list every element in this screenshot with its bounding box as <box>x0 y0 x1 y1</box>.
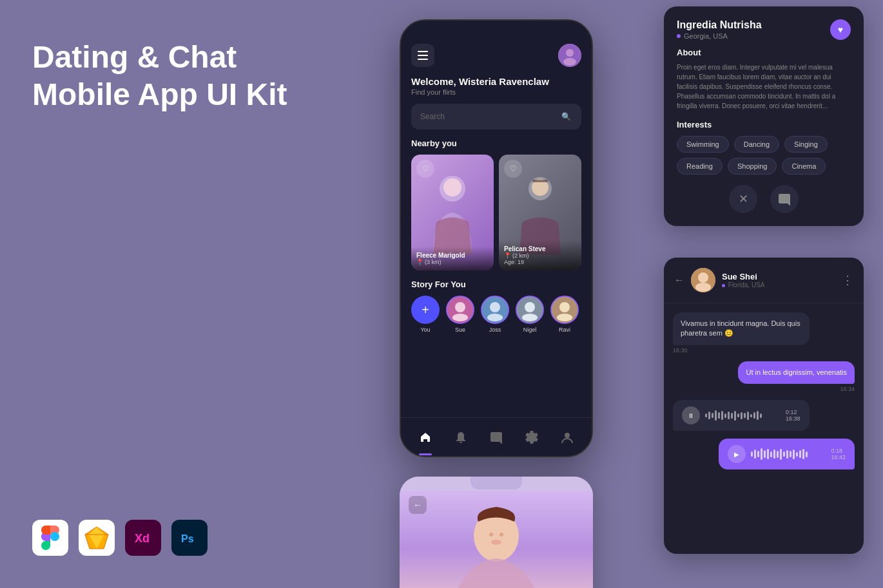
sketch-icon <box>79 520 115 556</box>
svg-point-36 <box>695 283 711 292</box>
phone-notch <box>464 21 529 36</box>
welcome-text: Welcome, Wisteria Ravenclaw <box>411 76 581 87</box>
subtitle-text: Find your flirts <box>411 88 581 96</box>
location-dot-icon <box>677 34 681 38</box>
profile-panel-header: Ingredia Nutrisha Georgia, USA ♥ <box>677 19 851 40</box>
msg-time-2: 16:34 <box>840 386 855 392</box>
ps-icon: Ps <box>171 520 208 556</box>
story-avatar-ravi <box>550 296 579 324</box>
about-text: Proin eget eros diam. Integer vulputate … <box>677 62 851 111</box>
chat-contact-info: Sue Shei Florida, USA <box>722 272 764 289</box>
message-4: ▶ <box>673 439 855 469</box>
heart-button-2[interactable]: ♡ <box>504 160 522 178</box>
profile-name-1: Fleece Marigold <box>416 252 489 259</box>
story-add-btn[interactable]: + <box>411 296 440 324</box>
story-item-you[interactable]: + You <box>411 296 440 333</box>
story-avatar-nigel <box>516 296 544 324</box>
svg-point-23 <box>559 302 570 312</box>
profile-panel: Ingredia Nutrisha Georgia, USA ♥ About P… <box>664 6 864 226</box>
chat-more-button[interactable]: ⋮ <box>842 273 853 287</box>
profile-dist-1: 📍 (3 km) <box>416 259 489 265</box>
play-button[interactable]: ▶ <box>728 445 746 463</box>
story-item-ravi[interactable]: Ravi <box>550 296 579 333</box>
menu-button[interactable] <box>411 44 434 67</box>
chat-panel: ← Sue Shei Florida, USA ⋮ Vivamus in tin… <box>664 258 864 554</box>
search-placeholder: Search <box>420 112 445 121</box>
story-label-joss: Joss <box>489 327 501 333</box>
voice-duration-1: 0:12 16:38 <box>786 409 801 422</box>
nav-chat[interactable] <box>483 424 509 450</box>
story-item-nigel[interactable]: Nigel <box>516 296 544 333</box>
interest-reading[interactable]: Reading <box>677 158 723 175</box>
message-2: Ut in lectus dignissim, venenatis 16:34 <box>673 361 855 392</box>
user-avatar[interactable] <box>558 44 581 67</box>
message-1: Vivamus in tincidunt magna. Duis quis ph… <box>673 312 855 354</box>
voice-msg-sent: ▶ <box>719 439 855 469</box>
profile-info-1: Fleece Marigold 📍 (3 km) <box>411 247 494 270</box>
interest-dancing[interactable]: Dancing <box>734 136 779 153</box>
story-title: Story For You <box>411 280 581 289</box>
story-row: + You Sue Joss Nigel <box>411 296 581 333</box>
svg-point-18 <box>487 314 503 321</box>
story-item-sue[interactable]: Sue <box>446 296 474 333</box>
svg-point-9 <box>443 178 461 196</box>
voice-duration-2: 0:18 16:42 <box>831 448 846 460</box>
svg-text:Ps: Ps <box>181 533 194 544</box>
phone-second-content: ← <box>400 491 593 588</box>
phone-second: ← <box>400 477 593 588</box>
pause-button[interactable]: ⏸ <box>682 406 700 424</box>
interest-cinema[interactable]: Cinema <box>782 158 826 175</box>
profile-name-info: Ingredia Nutrisha Georgia, USA <box>677 19 762 40</box>
phone-main: Welcome, Wisteria Ravenclaw Find your fl… <box>400 19 593 457</box>
svg-point-35 <box>698 272 708 283</box>
interest-singing[interactable]: Singing <box>784 136 828 153</box>
search-bar[interactable]: Search 🔍 <box>411 104 581 129</box>
svg-rect-12 <box>532 180 548 182</box>
chat-location-dot-icon <box>722 284 725 287</box>
about-title: About <box>677 48 851 57</box>
svg-point-20 <box>525 302 535 312</box>
svg-point-33 <box>491 540 501 545</box>
story-avatar-sue <box>446 296 474 324</box>
person-figure <box>400 491 593 588</box>
interest-shopping[interactable]: Shopping <box>728 158 777 175</box>
nav-profile[interactable] <box>554 424 580 450</box>
heart-button-1[interactable]: ♡ <box>416 160 434 178</box>
chat-contact-name: Sue Shei <box>722 272 764 281</box>
profile-panel-location: Georgia, USA <box>677 32 762 40</box>
profile-info-2: Pelican Steve 📍 (2 km) Age: 19 <box>499 240 581 270</box>
svg-point-31 <box>489 533 493 536</box>
nav-settings[interactable] <box>519 424 545 450</box>
svg-point-17 <box>490 302 500 312</box>
message-button[interactable] <box>770 185 799 213</box>
story-label-you: You <box>420 327 430 333</box>
phone-second-back-btn[interactable]: ← <box>409 496 427 514</box>
chat-back-button[interactable]: ← <box>674 274 684 286</box>
profile-card-2[interactable]: ♡ Pelican Steve 📍 (2 km) Age: 19 <box>499 155 581 270</box>
waveform-sent <box>751 448 826 460</box>
profile-panel-name: Ingredia Nutrisha <box>677 19 762 31</box>
interest-swimming[interactable]: Swimming <box>677 136 729 153</box>
profile-card-1[interactable]: ♡ Fleece Marigold 📍 (3 km) <box>411 155 494 270</box>
msg-time-1: 16:30 <box>673 347 855 354</box>
nav-notifications[interactable] <box>448 424 474 450</box>
figma-icon <box>32 520 68 556</box>
heart-badge[interactable]: ♥ <box>830 19 851 40</box>
chat-contact-avatar <box>691 268 715 292</box>
phone-main-content: Welcome, Wisteria Ravenclaw Find your fl… <box>401 39 592 333</box>
story-item-joss[interactable]: Joss <box>481 296 509 333</box>
story-label-ravi: Ravi <box>559 327 570 333</box>
story-label-sue: Sue <box>455 327 465 333</box>
voice-msg-received: ⏸ <box>673 400 810 431</box>
chat-contact-location: Florida, USA <box>722 281 764 289</box>
action-buttons: ✕ <box>677 185 851 213</box>
story-label-nigel: Nigel <box>523 327 537 333</box>
dislike-button[interactable]: ✕ <box>729 185 757 213</box>
message-3: ⏸ <box>673 400 855 431</box>
svg-point-24 <box>557 314 572 321</box>
waveform-received <box>705 410 781 421</box>
svg-point-32 <box>500 533 503 536</box>
xd-icon: Xd <box>125 520 161 556</box>
msg-bubble-received-1: Vivamus in tincidunt magna. Duis quis ph… <box>673 312 810 345</box>
nav-home[interactable] <box>412 424 438 450</box>
